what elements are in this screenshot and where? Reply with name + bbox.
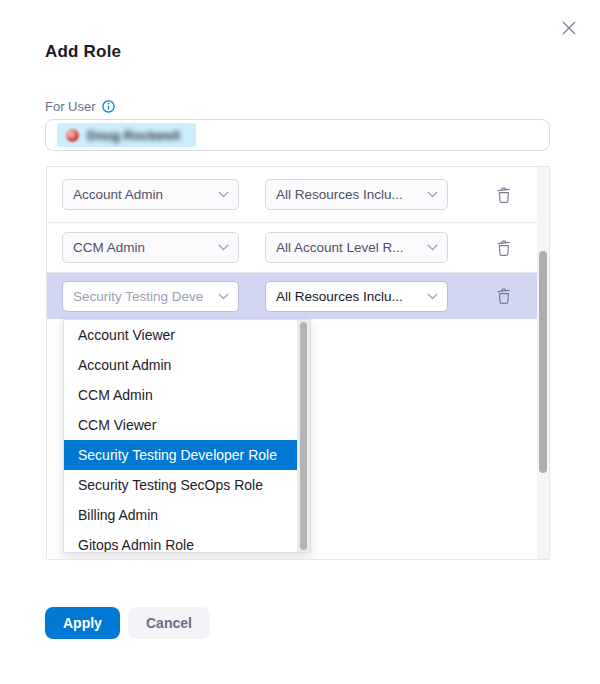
info-icon[interactable] xyxy=(102,100,115,113)
resource-group-select-3-value: All Resources Inclu... xyxy=(276,289,421,304)
chevron-down-icon xyxy=(218,191,229,198)
resource-group-select-1-value: All Resources Inclu... xyxy=(276,187,421,202)
chevron-down-icon xyxy=(218,244,229,251)
user-chip[interactable]: Doug Rockwell xyxy=(57,123,196,147)
role-row-2: CCM Admin All Account Level R... xyxy=(47,223,537,273)
role-row-3-active: Security Testing Deve All Resources Incl… xyxy=(47,273,537,319)
dropdown-option-account-viewer[interactable]: Account Viewer xyxy=(64,320,297,350)
chevron-down-icon xyxy=(427,244,438,251)
dropdown-option-security-testing-developer-role[interactable]: Security Testing Developer Role xyxy=(64,440,297,470)
role-dropdown-menu: Account Viewer Account Admin CCM Admin C… xyxy=(63,319,311,553)
user-chip-name: Doug Rockwell xyxy=(87,128,180,143)
dropdown-scrollbar[interactable] xyxy=(297,320,310,552)
role-select-3-value: Security Testing Deve xyxy=(73,289,212,304)
dropdown-option-ccm-admin[interactable]: CCM Admin xyxy=(64,380,297,410)
delete-row-button-1[interactable] xyxy=(493,183,515,207)
resource-group-select-3[interactable]: All Resources Inclu... xyxy=(265,281,448,312)
chevron-down-icon xyxy=(427,191,438,198)
dialog-title: Add Role xyxy=(45,42,121,62)
dropdown-option-ccm-viewer[interactable]: CCM Viewer xyxy=(64,410,297,440)
for-user-label: For User xyxy=(45,99,96,114)
user-field[interactable]: Doug Rockwell xyxy=(45,119,550,151)
resource-group-select-1[interactable]: All Resources Inclu... xyxy=(265,179,448,210)
chevron-down-icon xyxy=(218,293,229,300)
resource-group-select-2-value: All Account Level R... xyxy=(276,240,421,255)
role-select-2[interactable]: CCM Admin xyxy=(62,232,239,263)
dropdown-scrollbar-thumb[interactable] xyxy=(300,322,307,550)
role-select-1-value: Account Admin xyxy=(73,187,212,202)
trash-icon xyxy=(496,287,512,305)
close-icon xyxy=(560,19,578,37)
role-select-3[interactable]: Security Testing Deve xyxy=(62,281,239,312)
apply-button[interactable]: Apply xyxy=(45,607,120,639)
chevron-down-icon xyxy=(427,293,438,300)
resource-group-select-2[interactable]: All Account Level R... xyxy=(265,232,448,263)
dropdown-option-security-testing-secops-role[interactable]: Security Testing SecOps Role xyxy=(64,470,297,500)
dropdown-option-billing-admin[interactable]: Billing Admin xyxy=(64,500,297,530)
panel-scrollbar-thumb[interactable] xyxy=(539,251,547,473)
role-row-1: Account Admin All Resources Inclu... xyxy=(47,167,537,223)
delete-row-button-3[interactable] xyxy=(493,284,515,308)
trash-icon xyxy=(496,186,512,204)
dropdown-option-gitops-admin-role[interactable]: Gitops Admin Role xyxy=(64,530,297,553)
trash-icon xyxy=(496,239,512,257)
user-avatar xyxy=(66,129,79,142)
dropdown-option-account-admin[interactable]: Account Admin xyxy=(64,350,297,380)
role-select-2-value: CCM Admin xyxy=(73,240,212,255)
cancel-button[interactable]: Cancel xyxy=(128,607,210,639)
role-select-1[interactable]: Account Admin xyxy=(62,179,239,210)
close-button[interactable] xyxy=(558,17,580,39)
panel-scrollbar[interactable] xyxy=(537,167,549,559)
delete-row-button-2[interactable] xyxy=(493,236,515,260)
role-bindings-panel: Account Admin All Resources Inclu... xyxy=(46,166,550,560)
